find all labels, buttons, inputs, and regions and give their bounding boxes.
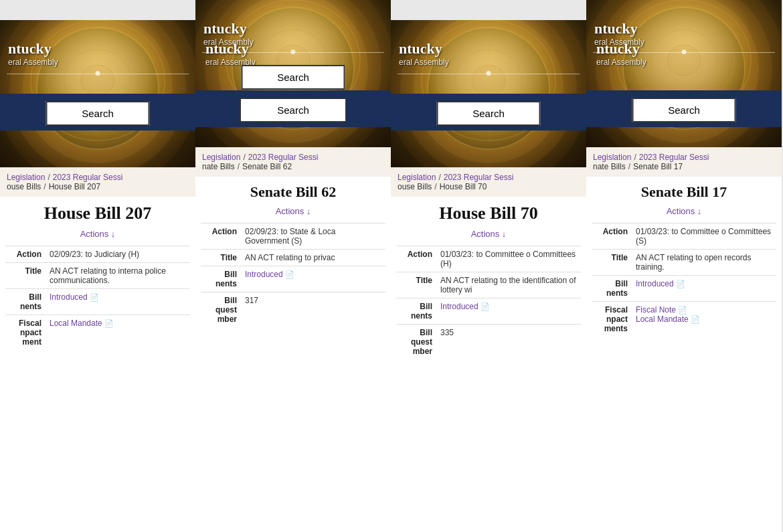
breadcrumb-link-session-1[interactable]: 2023 Regular Sessi bbox=[53, 173, 123, 182]
bill-title-4: Senate Bill 17 bbox=[592, 183, 776, 201]
info-table-2: Action 02/09/23: to State & Loca Governm… bbox=[201, 223, 385, 327]
table-row: Billnents Introduced 📄 bbox=[201, 266, 385, 292]
breadcrumb-link-legislation-4[interactable]: Legislation bbox=[593, 153, 631, 162]
value-fiscal-1: Local Mandate 📄 bbox=[46, 315, 190, 351]
label-bill-1: Billnents bbox=[5, 289, 46, 315]
card-house-bill-70: ntucky eral Assembly Search Legislation … bbox=[391, 20, 586, 532]
search-box-2a: Search bbox=[242, 65, 345, 90]
breadcrumb-row-1: Legislation / 2023 Regular Sessi bbox=[7, 173, 189, 182]
search-button-1[interactable]: Search bbox=[46, 101, 150, 126]
value-title-1: AN ACT relating to interna police commun… bbox=[46, 263, 190, 289]
card-header-1: ntucky eral Assembly Search bbox=[0, 20, 195, 167]
breadcrumb-link-legislation-2[interactable]: Legislation bbox=[202, 153, 240, 162]
ky-title-2b: ntucky bbox=[205, 40, 256, 58]
breadcrumb-row-2: ouse Bills / House Bill 207 bbox=[7, 182, 189, 191]
doc-icon-2: 📄 bbox=[104, 319, 114, 328]
dot-accent-2 bbox=[291, 50, 296, 54]
breadcrumb-row-8: nate Bills / Senate Bill 17 bbox=[593, 162, 775, 171]
ky-title-2a: ntucky bbox=[203, 20, 254, 37]
table-row: Title AN ACT relating to the identificat… bbox=[396, 272, 581, 298]
value-bill-4: Introduced 📄 bbox=[632, 276, 776, 302]
breadcrumb-current-bill-1: House Bill 207 bbox=[49, 182, 100, 191]
actions-link-3[interactable]: Actions ↓ bbox=[396, 229, 581, 239]
breadcrumb-link-legislation-1[interactable]: Legislation bbox=[7, 173, 45, 182]
search-box-3: Search bbox=[437, 101, 541, 126]
bill-content-1: House Bill 207 Actions ↓ Action 02/09/23… bbox=[0, 197, 195, 357]
doc-icon-7: 📄 bbox=[676, 280, 685, 288]
doc-icon-1: 📄 bbox=[90, 293, 99, 302]
value-action-3: 01/03/23: to Committee o Committees (H) bbox=[436, 246, 581, 272]
bill-title-3: House Bill 70 bbox=[396, 203, 581, 224]
search-button-2b[interactable]: Search bbox=[240, 98, 347, 122]
introduced-link-2[interactable]: Introduced 📄 bbox=[245, 270, 294, 279]
ky-subtitle-3: eral Assembly bbox=[399, 58, 449, 67]
fiscal-note-link-4[interactable]: Fiscal Note 📄 bbox=[636, 305, 687, 315]
bill-title-1: House Bill 207 bbox=[5, 203, 190, 224]
search-box-1: Search bbox=[46, 101, 150, 126]
header-title-2b: ntucky eral Assembly bbox=[205, 40, 256, 67]
breadcrumb-1: Legislation / 2023 Regular Sessi ouse Bi… bbox=[0, 167, 195, 197]
table-row: Fiscalnpactment Local Mandate 📄 bbox=[5, 315, 190, 351]
bill-title-2: Senate Bill 62 bbox=[201, 183, 385, 201]
search-box-2b: Search bbox=[240, 98, 347, 122]
value-billnum-3: 335 bbox=[436, 325, 581, 360]
label-action-4: Action bbox=[592, 224, 632, 250]
breadcrumb-current-bill-4: Senate Bill 17 bbox=[633, 162, 683, 171]
bill-content-4: Senate Bill 17 Actions ↓ Action 01/03/23… bbox=[586, 177, 782, 343]
breadcrumb-current-bill-3: House Bill 70 bbox=[440, 182, 487, 191]
value-action-4: 01/03/23: to Committee o Committees (S) bbox=[632, 224, 776, 250]
breadcrumb-row-3: Legislation / 2023 Regular Sessi bbox=[202, 153, 384, 162]
table-row: Action 02/09/23: to Judiciary (H) bbox=[5, 246, 190, 263]
table-row: Billnents Introduced 📄 bbox=[396, 298, 581, 325]
label-title-3: Title bbox=[396, 272, 436, 298]
breadcrumb-link-session-2[interactable]: 2023 Regular Sessi bbox=[248, 153, 319, 162]
value-title-4: AN ACT relating to open records training… bbox=[632, 250, 776, 276]
card-senate-bill-62: ntucky eral Assembly ntucky eral Assembl… bbox=[195, 0, 391, 532]
table-row: Title AN ACT relating to open records tr… bbox=[592, 250, 776, 276]
card-house-bill-207: ntucky eral Assembly Search Legislation … bbox=[0, 20, 195, 532]
breadcrumb-link-session-4[interactable]: 2023 Regular Sessi bbox=[639, 153, 709, 162]
doc-icon-8: 📄 bbox=[678, 306, 687, 315]
info-table-4: Action 01/03/23: to Committee o Committe… bbox=[592, 223, 776, 337]
breadcrumb-link-legislation-3[interactable]: Legislation bbox=[398, 173, 436, 182]
local-mandate-link-1[interactable]: Local Mandate 📄 bbox=[50, 319, 114, 328]
value-bill-2: Introduced 📄 bbox=[241, 266, 385, 292]
table-row: Fiscalnpactments Fiscal Note 📄 Local Man… bbox=[592, 302, 776, 337]
bill-content-3: House Bill 70 Actions ↓ Action 01/03/23:… bbox=[391, 197, 586, 366]
local-mandate-link-4[interactable]: Local Mandate 📄 bbox=[636, 315, 700, 324]
value-bill-1: Introduced 📄 bbox=[46, 289, 190, 315]
ky-title-1: ntucky bbox=[8, 40, 58, 58]
introduced-link-4[interactable]: Introduced 📄 bbox=[636, 279, 685, 288]
card-header-4: ntucky eral Assembly ntucky eral Assembl… bbox=[586, 0, 782, 147]
actions-link-2[interactable]: Actions ↓ bbox=[201, 206, 385, 216]
breadcrumb-4: Legislation / 2023 Regular Sessi nate Bi… bbox=[586, 147, 782, 177]
breadcrumb-row-5: Legislation / 2023 Regular Sessi bbox=[398, 173, 580, 182]
dot-accent-4 bbox=[682, 50, 687, 54]
value-fiscal-4: Fiscal Note 📄 Local Mandate 📄 bbox=[632, 302, 776, 337]
introduced-link-1[interactable]: Introduced 📄 bbox=[50, 292, 99, 302]
card-header-2: ntucky eral Assembly ntucky eral Assembl… bbox=[195, 0, 391, 147]
breadcrumb-bills-4: nate Bills bbox=[593, 162, 626, 171]
info-table-3: Action 01/03/23: to Committee o Committe… bbox=[396, 246, 581, 359]
breadcrumb-bills-2: nate Bills bbox=[202, 162, 235, 171]
breadcrumb-row-7: Legislation / 2023 Regular Sessi bbox=[593, 153, 775, 162]
breadcrumb-link-session-3[interactable]: 2023 Regular Sessi bbox=[444, 173, 514, 182]
label-bill-2: Billnents bbox=[201, 266, 241, 292]
breadcrumb-bills-3: ouse Bills bbox=[398, 182, 432, 191]
actions-link-4[interactable]: Actions ↓ bbox=[592, 206, 776, 216]
introduced-link-3[interactable]: Introduced 📄 bbox=[440, 302, 490, 311]
label-action-3: Action bbox=[396, 246, 436, 272]
search-button-3[interactable]: Search bbox=[437, 101, 541, 126]
card-senate-bill-17: ntucky eral Assembly ntucky eral Assembl… bbox=[586, 0, 782, 532]
table-row: Billnents Introduced 📄 bbox=[592, 276, 776, 302]
bill-content-2: Senate Bill 62 Actions ↓ Action 02/09/23… bbox=[195, 177, 391, 334]
value-title-3: AN ACT relating to the identification of… bbox=[436, 272, 581, 298]
label-fiscal-1: Fiscalnpactment bbox=[5, 315, 46, 351]
actions-link-1[interactable]: Actions ↓ bbox=[5, 229, 190, 239]
header-title-3: ntucky eral Assembly bbox=[399, 40, 449, 67]
search-button-4[interactable]: Search bbox=[632, 98, 736, 122]
search-button-2a[interactable]: Search bbox=[242, 65, 345, 90]
doc-icon-5: 📄 bbox=[481, 302, 490, 311]
table-row: Billnents Introduced 📄 bbox=[5, 289, 190, 315]
dot-accent-3 bbox=[487, 71, 491, 76]
